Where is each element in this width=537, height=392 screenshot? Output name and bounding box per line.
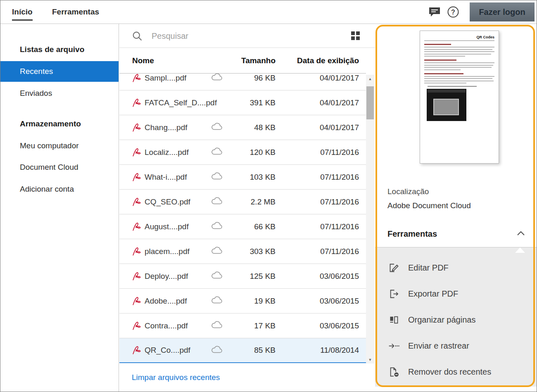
file-row[interactable]: August....pdf 66 KB 07/11/2016 [119, 214, 366, 239]
file-row[interactable]: What-i....pdf 103 KB 07/11/2016 [119, 165, 366, 190]
file-size: 66 KB [229, 222, 276, 231]
preview-text-line [424, 51, 494, 52]
preview-text-line [424, 69, 461, 70]
help-question-icon: ? [447, 13, 459, 19]
file-row[interactable]: Contra....pdf 17 KB 03/06/2015 [119, 314, 366, 338]
sign-in-button[interactable]: Fazer logon [470, 2, 535, 21]
chevron-up-icon[interactable] [517, 230, 525, 238]
tool-label: Exportar PDF [408, 289, 458, 299]
tool-item[interactable]: Enviar e rastrear [387, 333, 537, 359]
tab-ferramentas[interactable]: Ferramentas [52, 0, 99, 24]
cloud-icon [204, 221, 229, 232]
organize-pages-icon [387, 314, 400, 325]
feedback-chat-button[interactable] [428, 7, 441, 19]
cloud-icon [204, 345, 229, 356]
export-pdf-icon [387, 288, 400, 299]
file-name: Chang....pdf [145, 123, 204, 132]
preview-doc-title: QR Codes [424, 35, 494, 41]
file-row[interactable]: Sampl....pdf 96 KB 04/01/2017 [119, 74, 366, 90]
tool-item[interactable]: Exportar PDF [387, 281, 537, 307]
tab-ferramentas-label: Ferramentas [52, 7, 99, 17]
file-date: 04/01/2017 [276, 123, 359, 132]
column-header-tamanho[interactable]: Tamanho [229, 56, 276, 65]
file-row[interactable]: Adobe....pdf 19 KB 03/06/2015 [119, 289, 366, 314]
details-pane: QR Codes Localização Adobe Document Clou… [375, 24, 537, 392]
tab-inicio-label: Início [12, 7, 33, 17]
preview-text-line [424, 73, 463, 74]
file-row[interactable]: CQ_SEO.pdf 2.2 MB 07/11/2016 [119, 190, 366, 214]
file-date: 04/01/2017 [276, 74, 359, 83]
sidebar-item-enviados[interactable]: Enviados [0, 83, 119, 104]
chat-bubble-icon [428, 12, 441, 19]
file-row[interactable]: QR_Co....pdf 85 KB 11/08/2014 [119, 338, 366, 363]
file-row[interactable]: Chang....pdf 48 KB 04/01/2017 [119, 115, 366, 140]
help-button[interactable]: ? [447, 6, 459, 19]
tool-label: Editar PDF [408, 263, 449, 273]
preview-screenshot-toolbar [428, 90, 466, 93]
tool-label: Enviar e rastrear [408, 341, 469, 351]
column-header-data[interactable]: Data de exibição [276, 56, 359, 65]
sidebar-item-label: Meu computador [20, 141, 79, 150]
preview-text-line [424, 62, 494, 63]
tool-label: Remover dos recentes [408, 367, 491, 377]
file-date: 07/11/2016 [276, 197, 359, 207]
sidebar-item-document-cloud[interactable]: Document Cloud [0, 157, 119, 178]
preview-text-line [424, 49, 492, 50]
tab-inicio[interactable]: Início [12, 0, 33, 24]
column-header-nome[interactable]: Nome [132, 56, 204, 65]
file-name: August....pdf [145, 222, 204, 231]
tool-item[interactable]: Editar PDF [387, 255, 537, 281]
search-bar [119, 24, 375, 48]
search-input[interactable] [152, 28, 329, 44]
cloud-icon [204, 197, 229, 207]
pdf-file-icon [132, 98, 145, 107]
file-date: 03/06/2015 [276, 297, 359, 306]
sidebar-section-storage: Armazenamento [0, 113, 119, 135]
cloud-icon [204, 271, 229, 281]
file-row[interactable]: placem....pdf 303 KB 07/11/2016 [119, 239, 366, 264]
scrollbar-down-arrow[interactable]: ▼ [366, 356, 374, 364]
file-row[interactable]: FATCA_Self_D....pdf 391 KB 04/01/2017 [119, 90, 366, 115]
pdf-file-icon [132, 272, 145, 281]
scrollbar-up-arrow[interactable]: ▲ [366, 75, 374, 83]
pdf-file-icon [132, 173, 145, 182]
grid-view-button[interactable] [351, 31, 360, 42]
scrollbar-thumb[interactable] [366, 86, 374, 119]
preview-text-lines [424, 44, 494, 87]
location-value: Adobe Document Cloud [387, 200, 471, 211]
file-size: 96 KB [229, 74, 276, 83]
sidebar-item-adicionar-conta[interactable]: Adicionar conta [0, 178, 119, 200]
file-row[interactable]: Localiz....pdf 120 KB 07/11/2016 [119, 140, 366, 165]
cloud-icon [204, 147, 229, 157]
file-name: Contra....pdf [145, 321, 204, 330]
sidebar-item-meu-computador[interactable]: Meu computador [0, 135, 119, 157]
preview-text-line [428, 86, 477, 87]
location-label: Localização [387, 186, 429, 197]
file-size: 303 KB [229, 247, 276, 256]
remove-recent-icon [387, 366, 400, 378]
pdf-file-icon [132, 197, 145, 207]
file-size: 19 KB [229, 297, 276, 306]
tool-item[interactable]: Remover dos recentes [387, 359, 537, 385]
cloud-icon [204, 122, 229, 133]
acrobat-home-window: Início Ferramentas ? Fazer logon Listas … [0, 0, 537, 392]
file-row[interactable]: Deploy....pdf 125 KB 03/06/2015 [119, 264, 366, 289]
tool-item[interactable]: Organizar páginas [387, 307, 537, 333]
send-track-icon [387, 340, 400, 352]
preview-screenshot-dialog [433, 99, 459, 115]
sidebar-item-recentes[interactable]: Recentes [0, 61, 119, 82]
file-date: 03/06/2015 [276, 321, 359, 330]
sidebar-section-file-lists: Listas de arquivo [0, 39, 119, 60]
grid-view-icon [351, 36, 360, 42]
file-size: 17 KB [229, 321, 276, 330]
preview-text-line [424, 59, 456, 61]
clear-recent-files-link[interactable]: Limpar arquivos recentes [132, 373, 220, 382]
tools-section-header[interactable]: Ferramentas [387, 226, 525, 241]
svg-text:?: ? [451, 9, 455, 16]
pdf-file-icon [132, 247, 145, 256]
list-scrollbar[interactable]: ▲ ▼ [366, 75, 374, 364]
preview-text-line [424, 44, 451, 45]
file-size: 2.2 MB [229, 197, 276, 207]
file-name: Sampl....pdf [145, 74, 204, 83]
file-name: Adobe....pdf [145, 297, 204, 306]
